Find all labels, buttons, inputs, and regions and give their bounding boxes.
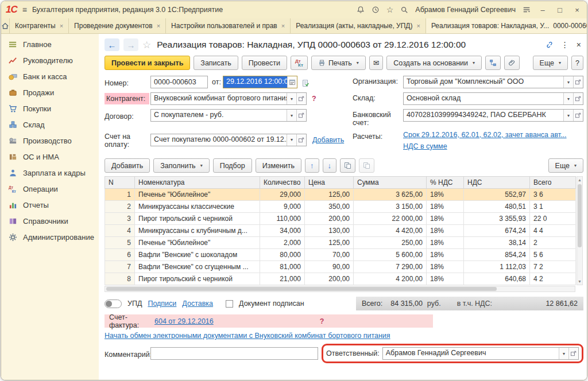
sidebar-item-warehouse[interactable]: Склад [1,116,99,133]
column-header-price[interactable]: Цена [305,177,354,189]
sidebar-item-directories[interactable]: Справочники [1,213,99,229]
sidebar-item-fixed-assets[interactable]: ОС и НМА [1,149,99,165]
tab-sales-document[interactable]: Реализация товаров: Накладная, У...0000-… [426,18,587,33]
scroll-down-icon[interactable]: ▼ [578,278,582,285]
column-header-total[interactable]: Всего [530,177,576,189]
table-row[interactable]: 8Пирог тирольский с черникой21,000200,00… [105,273,576,285]
save-button[interactable]: Записать [194,56,238,70]
open-icon[interactable] [573,93,583,104]
close-form-icon[interactable]: × [577,40,581,49]
table-row[interactable]: 1Печенье "Юбилейное"29,000125,003 625,00… [105,189,576,201]
copy-button[interactable] [340,158,355,173]
dropdown-icon[interactable]: ▾ [287,110,296,121]
create-based-on-button[interactable]: Создать на основании▾ [386,56,482,70]
tab-close-icon[interactable]: × [281,22,285,29]
more-menu-icon[interactable]: ⋮ [561,40,569,49]
move-down-button[interactable]: ↓ [323,158,337,173]
fill-button[interactable]: Заполнить▾ [153,158,209,173]
column-header-vat[interactable]: НДС [464,177,530,189]
column-header-sum[interactable]: Сумма [354,177,427,189]
settlements-link[interactable]: Срок 29.12.2016, 62.01, 62.02, зачет ава… [403,131,567,139]
horizontal-scrollbar[interactable] [105,286,575,292]
add-invoice-link[interactable]: Добавить [312,136,344,144]
vertical-scrollbar[interactable]: ▲ ▼ [577,176,583,285]
tab-counterparties[interactable]: Контрагенты× [10,18,69,33]
sidebar-item-operations[interactable]: Операции [1,181,99,197]
column-header-quantity[interactable]: Количество [260,177,305,189]
dropdown-icon[interactable]: ▾ [287,134,296,146]
delivery-link[interactable]: Доставка [182,300,213,308]
tab-sales-list[interactable]: Реализация (акты, накладные, УПД)× [291,18,426,33]
factura-help-link[interactable]: ? [320,317,324,325]
tab-close-icon[interactable]: × [60,22,63,29]
search-icon[interactable] [400,6,408,14]
vat-in-sum-link[interactable]: НДС в сумме [403,142,567,150]
sidebar-item-main[interactable]: Главное [1,36,99,52]
sidebar-item-manager[interactable]: Руководителю [1,52,99,68]
attachments-button[interactable] [504,56,520,70]
number-field[interactable]: 0000-000603 [150,76,208,88]
scroll-up-icon[interactable]: ▲ [578,177,582,183]
contract-field[interactable]: С покупателем - руб. ▾ [150,109,307,122]
favorites-icon[interactable]: ☆ [386,5,394,14]
dropdown-icon[interactable]: ▾ [287,93,296,104]
table-row[interactable]: 6Вафли "Венские" с шоколадом80,00070,005… [105,249,576,261]
signatures-link[interactable]: Подписи [148,300,176,308]
table-row[interactable]: 7Вафли "Венские" со сгущенным ...81,0009… [105,261,576,273]
dtkt-button[interactable]: ДтКт [291,56,308,70]
post-button[interactable]: Провести [242,56,287,70]
upd-toggle[interactable] [105,300,122,308]
tab-close-icon[interactable]: × [416,22,420,29]
service-menu-icon[interactable] [523,6,531,14]
scrollbar-thumb[interactable] [106,287,497,291]
items-more-button[interactable]: Еще▾ [548,158,583,173]
table-row[interactable]: 2Миникруассаны классические9,000350,003 … [105,201,576,213]
date-field[interactable]: 29.12.2016 12:00:00 [223,76,297,88]
open-icon[interactable] [296,110,306,121]
tab-user-settings[interactable]: Настройки пользователей и прав× [166,18,291,33]
organization-field[interactable]: Торговый дом "Комплексный" ООО ▾ [403,76,583,88]
table-row[interactable]: 3Пирог тирольский с черникой110,000200,0… [105,213,576,225]
document-signed-checkbox[interactable] [226,300,233,308]
responsible-field[interactable]: Абрамов Геннадий Сергеевич ▾ [382,347,579,360]
main-menu-icon[interactable]: ≡ [22,5,27,14]
column-header-nomenclature[interactable]: Номенклатура [135,177,260,189]
open-icon[interactable] [296,134,306,146]
sidebar-item-production[interactable]: Производство [1,133,99,149]
maximize-button[interactable]: □ [555,6,565,14]
counterparty-field[interactable]: Внуковский комбинат бортового питания ▾ [150,92,307,105]
open-icon[interactable] [573,76,583,88]
favorite-star-icon[interactable]: ☆ [142,39,151,51]
table-row[interactable]: 5Печенье "Юбилейное"2,000125,00250,0018%… [105,237,576,249]
current-user[interactable]: Абрамов Геннадий Сергеевич [415,6,516,14]
open-icon[interactable] [573,110,583,121]
sidebar-item-reports[interactable]: Отчеты [1,197,99,213]
related-documents-button[interactable] [485,56,501,70]
bank-account-field[interactable]: 40702810399994349242, ПАО СБЕРБАНК ▾ [403,109,583,122]
dropdown-icon[interactable]: ▾ [559,348,568,359]
edi-exchange-link[interactable]: Начать обмен электронными документами с … [105,332,390,340]
tab-close-icon[interactable]: × [157,22,160,29]
sidebar-item-administration[interactable]: Администрирование [1,229,99,245]
get-link-icon[interactable] [546,41,554,49]
close-button[interactable]: × [572,6,582,14]
change-button[interactable]: Изменить [256,158,301,173]
forward-button[interactable]: → [123,38,138,51]
calendar-icon[interactable] [287,76,297,88]
notifications-icon[interactable] [357,6,365,14]
add-row-button[interactable]: Добавить [105,158,150,173]
comment-input[interactable] [150,347,318,360]
open-icon[interactable] [568,348,578,359]
send-email-button[interactable]: ✉ [369,56,383,70]
paste-button[interactable] [359,158,374,173]
minimize-button[interactable]: – [537,6,548,14]
counterparty-help-link[interactable]: ? [312,95,316,103]
payment-invoice-field[interactable]: Счет покупателю 0000-000602 от 19.12.201… [150,134,307,146]
home-tab[interactable] [1,18,10,33]
sidebar-item-purchases[interactable]: Покупки [1,100,99,116]
column-header-n[interactable]: N [105,177,135,189]
factura-link[interactable]: 604 от 29.12.2016 [154,317,214,325]
table-row[interactable]: 4Миникруассаны с клубничным д...34,00013… [105,225,576,237]
print-button[interactable]: Печать▾ [311,56,366,70]
column-header-vat-pct[interactable]: % НДС [427,177,464,189]
